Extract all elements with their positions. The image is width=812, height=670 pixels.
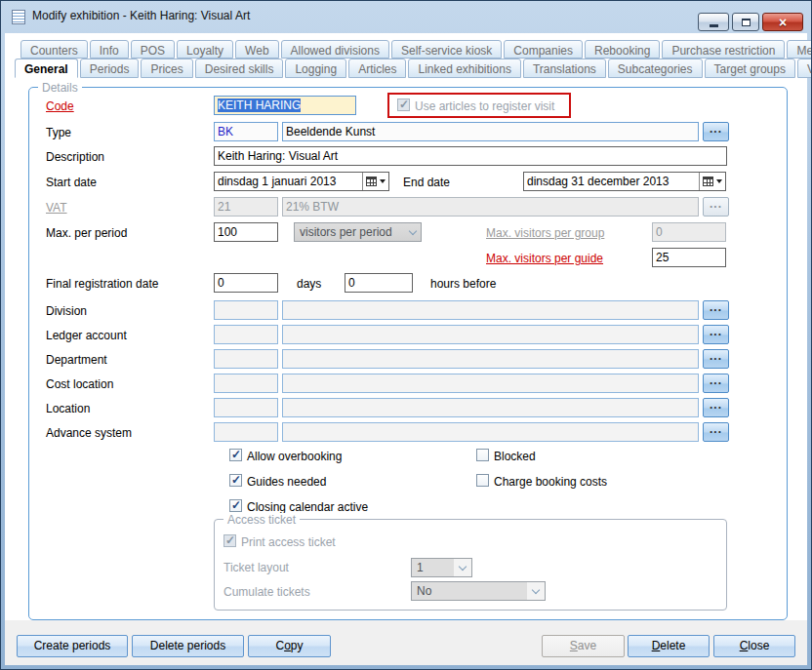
tab-target-groups[interactable]: Target groups [705, 59, 795, 78]
ellipsis-icon: ... [710, 197, 722, 211]
delete-button[interactable]: Delete [628, 635, 710, 657]
tab-pos[interactable]: POS [131, 40, 175, 59]
minimize-button[interactable] [698, 13, 729, 31]
cost-location-label: Cost location [46, 377, 113, 391]
location-label: Location [46, 402, 90, 415]
tab-counters[interactable]: Counters [20, 40, 88, 59]
max-per-period-label: Max. per period [46, 226, 127, 240]
department-label: Department [46, 353, 107, 367]
allow-overbooking-label: Allow overbooking [247, 450, 342, 463]
charge-booking-costs-checkbox[interactable] [476, 474, 489, 487]
print-access-ticket-checkbox [223, 534, 236, 547]
cost-location-code-input [214, 374, 278, 393]
tab-various[interactable]: Various [797, 59, 812, 78]
type-code-input[interactable]: BK [214, 122, 278, 141]
start-date-input[interactable]: dinsdag 1 januari 2013 [214, 172, 389, 191]
tab-loyalty[interactable]: Loyalty [177, 40, 233, 59]
type-name-input[interactable]: Beeldende Kunst [282, 122, 699, 141]
tab-web[interactable]: Web [235, 40, 278, 59]
tab-periods[interactable]: Periods [80, 59, 140, 78]
max-visitors-guide-label[interactable]: Max. visitors per guide [486, 252, 603, 265]
type-browse-button[interactable]: ... [703, 122, 729, 141]
tab-general[interactable]: General [15, 59, 78, 78]
selected-text: KEITH HARING [218, 99, 301, 112]
final-reg-days-input[interactable]: 0 [214, 273, 278, 293]
maximize-button[interactable] [732, 13, 759, 31]
location-name-input [282, 398, 699, 417]
start-date-picker-button[interactable] [362, 173, 388, 190]
division-label: Division [46, 304, 87, 318]
tab-self-service-kiosk[interactable]: Self-service kiosk [391, 40, 502, 59]
cost-location-browse-button[interactable]: ... [703, 374, 729, 393]
ellipsis-icon: ... [710, 300, 722, 314]
division-code-input [214, 300, 278, 320]
tab-rebooking[interactable]: Rebooking [585, 40, 660, 59]
max-visitors-group-input: 0 [652, 222, 726, 242]
tab-row-secondary: Counters Info POS Loyalty Web Allowed di… [20, 40, 812, 59]
ledger-account-browse-button[interactable]: ... [703, 325, 729, 344]
final-reg-hours-input[interactable]: 0 [345, 273, 413, 293]
tab-logging[interactable]: Logging [285, 59, 346, 78]
cumulate-tickets-select: No [411, 581, 546, 601]
vat-code-input: 21 [214, 197, 278, 217]
advance-system-code-input [214, 422, 278, 442]
window-close-button[interactable]: × [762, 13, 803, 31]
code-input[interactable]: KEITH HARING [214, 96, 356, 115]
tab-allowed-divisions[interactable]: Allowed divisions [281, 40, 389, 59]
blocked-checkbox[interactable] [476, 449, 489, 461]
tab-desired-skills[interactable]: Desired skills [195, 59, 284, 78]
cost-location-name-input [282, 374, 699, 393]
create-periods-button[interactable]: Create periods [17, 635, 128, 657]
hours-before-label: hours before [430, 277, 496, 291]
ellipsis-icon: ... [710, 398, 722, 412]
advance-system-label: Advance system [46, 426, 132, 440]
division-browse-button[interactable]: ... [703, 300, 729, 320]
ellipsis-icon: ... [710, 122, 722, 136]
vat-browse-button: ... [703, 197, 729, 217]
max-visitors-guide-input[interactable]: 25 [652, 248, 726, 267]
code-label[interactable]: Code [46, 99, 74, 113]
ledger-account-label: Ledger account [46, 329, 127, 342]
highlight-rectangle [387, 93, 571, 118]
advance-system-name-input [282, 422, 699, 442]
allow-overbooking-checkbox[interactable] [229, 449, 242, 461]
delete-periods-button[interactable]: Delete periods [132, 635, 244, 657]
department-code-input [214, 349, 278, 369]
location-browse-button[interactable]: ... [703, 398, 729, 417]
title-bar[interactable]: Modify exhibition - Keith Haring: Visual… [1, 1, 811, 33]
closing-calendar-active-label: Closing calendar active [247, 500, 368, 514]
tab-info[interactable]: Info [90, 40, 129, 59]
vat-name-input: 21% BTW [282, 197, 699, 217]
description-input[interactable]: Keith Haring: Visual Art [214, 146, 727, 166]
access-ticket-group-label: Access ticket [223, 513, 300, 527]
save-button: Save [542, 635, 625, 657]
start-date-value: dinsdag 1 januari 2013 [215, 173, 362, 190]
chevron-down-icon [532, 585, 540, 593]
details-group-label: Details [38, 81, 82, 95]
max-per-period-input[interactable]: 100 [214, 222, 278, 242]
closing-calendar-active-checkbox[interactable] [229, 499, 242, 512]
tab-linked-exhibitions[interactable]: Linked exhibitions [408, 59, 520, 78]
advance-system-browse-button[interactable]: ... [703, 422, 729, 442]
window-title: Modify exhibition - Keith Haring: Visual… [32, 9, 250, 22]
copy-button[interactable]: Copy [248, 635, 331, 657]
calendar-icon [703, 177, 713, 186]
end-date-input[interactable]: dinsdag 31 december 2013 [523, 172, 726, 191]
vat-label: VAT [46, 201, 67, 215]
close-icon: × [779, 16, 787, 29]
end-date-picker-button[interactable] [699, 173, 725, 190]
tab-membership[interactable]: Membership [787, 40, 812, 59]
guides-needed-checkbox[interactable] [229, 474, 242, 487]
tab-articles[interactable]: Articles [348, 59, 406, 78]
department-name-input [282, 349, 699, 369]
department-browse-button[interactable]: ... [703, 349, 729, 369]
final-registration-label: Final registration date [46, 277, 158, 291]
close-button[interactable]: Close [713, 635, 795, 657]
tab-companies[interactable]: Companies [504, 40, 583, 59]
tab-prices[interactable]: Prices [141, 59, 192, 78]
tab-subcategories[interactable]: Subcategories [608, 59, 703, 78]
tab-translations[interactable]: Translations [523, 59, 606, 78]
ledger-account-code-input [214, 325, 278, 344]
tab-purchase-restriction[interactable]: Purchase restriction [662, 40, 785, 59]
maximize-icon [742, 19, 751, 26]
